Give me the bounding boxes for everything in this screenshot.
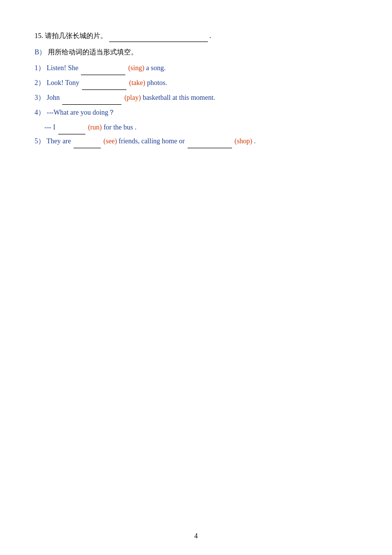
section-b-label: B）	[35, 48, 46, 56]
item1-after: a song.	[146, 64, 166, 72]
exercise-item-3: 3） John (play) basketball at this moment…	[35, 91, 357, 105]
item3-hint: (play)	[124, 94, 143, 101]
item2-before: Look! Tony	[47, 79, 81, 86]
item2-blank	[82, 89, 126, 90]
item4-sub-before: --- I	[44, 124, 57, 131]
q15-blank	[109, 42, 208, 42]
item5-blank1	[74, 148, 101, 148]
item3-number: 3）	[35, 94, 45, 101]
exercise-item-4-sub: --- I (run) for the bus .	[44, 121, 357, 134]
item5-blank2	[188, 148, 232, 148]
item5-hint1: (see)	[104, 137, 119, 145]
exercise-item-1: 1） Listen! She (sing) a song.	[35, 61, 357, 75]
section-b-instruction: 用所给动词的适当形式填空。	[48, 48, 138, 56]
item5-middle: friends, calling home or	[118, 137, 186, 145]
exercise-item-4: 4） ---What are you doing？	[35, 106, 357, 120]
item5-after: .	[254, 137, 256, 145]
page-number: 4	[195, 532, 198, 540]
item4-sub-hint: (run)	[88, 124, 104, 131]
item1-hint: (sing)	[128, 64, 146, 72]
item3-blank	[62, 104, 121, 105]
item3-after: basketball at this moment.	[143, 94, 215, 101]
item5-hint2: (shop)	[235, 137, 252, 145]
q15-text: 请拍几张长城的片。	[45, 32, 107, 40]
item4-sub-after: for the bus .	[104, 124, 137, 131]
exercise-item-5: 5） They are (see) friends, calling home …	[35, 134, 357, 148]
section-b: B） 用所给动词的适当形式填空。	[35, 46, 357, 58]
item4-before: ---What are you doing？	[47, 109, 116, 116]
q15-period: .	[209, 32, 211, 40]
item1-number: 1）	[35, 64, 45, 72]
item2-number: 2）	[35, 79, 45, 86]
item4-number: 4）	[35, 109, 45, 116]
q15-label: 15.	[35, 32, 43, 40]
item2-hint: (take)	[129, 79, 147, 86]
item5-before: They are	[46, 137, 73, 145]
item2-after: photos.	[147, 79, 167, 86]
item1-before: Listen! She	[47, 64, 80, 72]
exercise-item-2: 2） Look! Tony (take) photos.	[35, 76, 357, 90]
item3-before: John	[47, 94, 62, 101]
item1-blank	[81, 75, 125, 75]
item5-number: 5）	[35, 137, 45, 145]
question-15: 15. 请拍几张长城的片。 .	[35, 30, 357, 42]
